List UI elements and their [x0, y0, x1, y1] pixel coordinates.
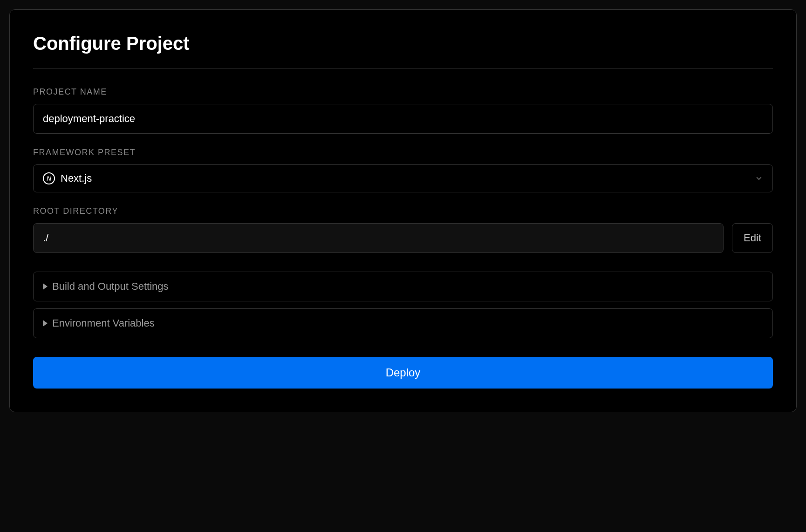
deploy-button[interactable]: Deploy: [33, 357, 773, 389]
framework-preset-value: Next.js: [61, 172, 749, 184]
framework-preset-select[interactable]: N Next.js: [33, 164, 773, 192]
environment-variables-section[interactable]: Environment Variables: [33, 308, 773, 338]
project-name-input[interactable]: [33, 104, 773, 134]
triangle-right-icon: [43, 283, 48, 290]
build-output-settings-label: Build and Output Settings: [52, 280, 169, 293]
root-directory-input: [33, 223, 724, 253]
nextjs-icon: N: [43, 172, 55, 184]
project-name-label: PROJECT NAME: [33, 87, 773, 97]
configure-project-panel: Configure Project PROJECT NAME FRAMEWORK…: [9, 9, 797, 412]
environment-variables-label: Environment Variables: [52, 317, 155, 329]
root-directory-field-group: ROOT DIRECTORY Edit: [33, 206, 773, 253]
framework-preset-label: FRAMEWORK PRESET: [33, 148, 773, 157]
root-directory-label: ROOT DIRECTORY: [33, 206, 773, 216]
project-name-field-group: PROJECT NAME: [33, 87, 773, 134]
divider: [33, 68, 773, 68]
framework-preset-field-group: FRAMEWORK PRESET N Next.js: [33, 148, 773, 192]
build-output-settings-section[interactable]: Build and Output Settings: [33, 272, 773, 301]
chevron-down-icon: [755, 174, 763, 183]
edit-root-directory-button[interactable]: Edit: [732, 223, 773, 253]
page-title: Configure Project: [33, 33, 773, 54]
triangle-right-icon: [43, 320, 48, 327]
